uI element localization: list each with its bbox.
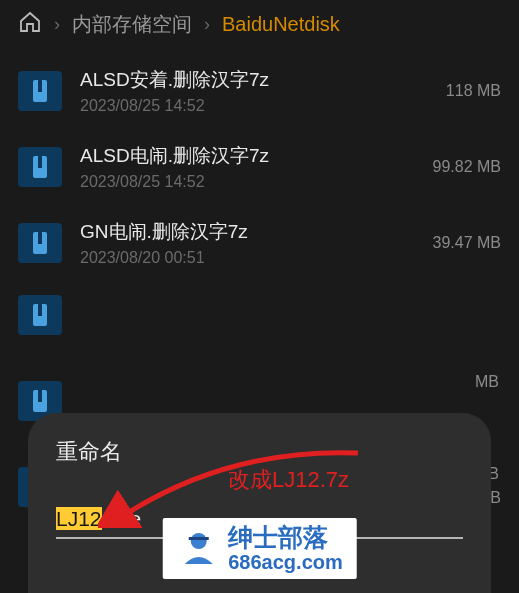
watermark-icon: [176, 526, 220, 570]
chevron-right-icon: ›: [54, 14, 60, 35]
svg-rect-5: [38, 232, 42, 244]
file-size: 39.47 MB: [433, 234, 501, 252]
file-name: ALSD安着.删除汉字7z: [80, 67, 428, 93]
watermark-line2: 686acg.com: [228, 551, 343, 573]
svg-rect-14: [188, 537, 208, 540]
archive-icon: [18, 147, 62, 187]
rename-extension: .exe: [102, 507, 142, 530]
file-name: GN电闹.删除汉字7z: [80, 219, 415, 245]
watermark-line1: 绅士部落: [228, 524, 343, 552]
archive-icon: [18, 71, 62, 111]
home-icon[interactable]: [18, 10, 42, 39]
rename-selected-text: LJ12: [56, 507, 102, 530]
watermark-badge: 绅士部落 686acg.com: [162, 518, 357, 580]
svg-rect-3: [38, 156, 42, 168]
breadcrumb-mid[interactable]: 内部存储空间: [72, 11, 192, 38]
breadcrumb: › 内部存储空间 › BaiduNetdisk: [0, 0, 519, 53]
file-row[interactable]: GN电闹.删除汉字7z 2023/08/20 00:51 39.47 MB: [0, 205, 519, 281]
archive-icon: [18, 223, 62, 263]
breadcrumb-current[interactable]: BaiduNetdisk: [222, 13, 340, 36]
rename-dialog: 重命名 改成LJ12.7z LJ12.exe 绅士部落 686acg.com: [28, 413, 491, 593]
file-date: 2023/08/20 00:51: [80, 249, 415, 267]
svg-rect-7: [38, 304, 42, 316]
file-info: ALSD安着.删除汉字7z 2023/08/25 14:52: [80, 67, 428, 115]
chevron-right-icon: ›: [204, 14, 210, 35]
file-row[interactable]: ALSD电闹.删除汉字7z 2023/08/25 14:52 99.82 MB: [0, 129, 519, 205]
file-row[interactable]: [0, 281, 519, 349]
file-size-partial: MB: [475, 373, 499, 391]
file-row[interactable]: ALSD安着.删除汉字7z 2023/08/25 14:52 118 MB: [0, 53, 519, 129]
file-date: 2023/08/25 14:52: [80, 97, 428, 115]
svg-point-13: [190, 533, 206, 549]
file-info: GN电闹.删除汉字7z 2023/08/20 00:51: [80, 219, 415, 267]
file-name: ALSD电闹.删除汉字7z: [80, 143, 415, 169]
svg-rect-9: [38, 390, 42, 402]
file-size: 118 MB: [446, 82, 501, 100]
file-info: ALSD电闹.删除汉字7z 2023/08/25 14:52: [80, 143, 415, 191]
svg-rect-1: [38, 80, 42, 92]
dialog-title: 重命名: [56, 437, 463, 467]
file-size: 99.82 MB: [433, 158, 501, 176]
archive-icon: [18, 295, 62, 335]
annotation-text: 改成LJ12.7z: [228, 465, 349, 495]
file-date: 2023/08/25 14:52: [80, 173, 415, 191]
